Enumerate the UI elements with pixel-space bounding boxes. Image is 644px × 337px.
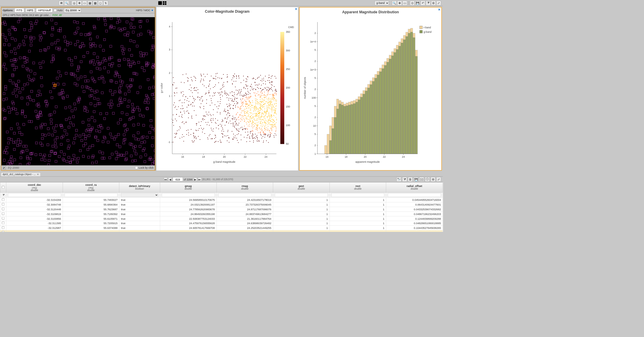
table-row[interactable]: -32.315426955.7483027true24.569585510170… [0, 198, 442, 202]
auto-checkbox-label[interactable]: Auto [54, 9, 63, 12]
table-row[interactable]: -32.296433555.7591955true24.466166163652… [0, 230, 442, 232]
hips-moc-dropdown[interactable]: HiPS / MOC▼ [136, 9, 154, 12]
col-header-rmag[interactable]: rmagdouble [217, 182, 273, 192]
sky-view[interactable] [1, 17, 155, 165]
move-icon[interactable]: ✥ [77, 1, 82, 6]
expand-image-icon[interactable]: ⬈ [3, 166, 6, 170]
row-checkbox[interactable] [2, 231, 4, 232]
page-prev-icon[interactable]: ◀ [168, 178, 172, 181]
chart2-body[interactable]: 16182022241251025100251e+3251e+42apparen… [302, 16, 439, 168]
close-chart1-icon[interactable]: ✕ [295, 7, 297, 11]
svg-rect-1107 [239, 89, 240, 90]
cell: 0.02755296141308632 [386, 230, 443, 232]
hips-button[interactable]: HiPS [25, 8, 35, 12]
lock-by-click-label[interactable]: Lock by click [135, 166, 153, 169]
table-row[interactable]: -32.312044855.7623687true24.778562620983… [0, 207, 442, 211]
filter-gmag[interactable] [162, 193, 215, 197]
table-row[interactable]: -32.310981955.7189392true24.884932603551… [0, 211, 442, 216]
row-checkbox[interactable] [2, 208, 4, 210]
tools-icon[interactable]: 🛠 [59, 1, 64, 6]
select-rect-icon[interactable]: ▭ [82, 1, 87, 6]
chart1-body[interactable]: 1618202224-11234g-band magnitudeg-r colo… [158, 15, 296, 169]
table-filter-icon[interactable]: ⧩ [402, 177, 407, 182]
col-header-coord_dec[interactable]: coord_dec(deg)double [6, 182, 63, 192]
row-checkbox[interactable] [2, 217, 4, 219]
col-header-gmag[interactable]: gmagdouble [160, 182, 217, 192]
svg-rect-1234 [198, 97, 198, 97]
svg-rect-650 [270, 132, 270, 133]
page-last-icon[interactable]: ⏭ [198, 178, 201, 181]
svg-rect-366 [233, 134, 234, 134]
select-all-checkbox[interactable] [2, 186, 4, 188]
row-checkbox[interactable] [2, 203, 4, 206]
binoculars-icon[interactable]: 🔭 [396, 177, 401, 182]
filter-icon[interactable]: ⧩ [0, 192, 6, 197]
svg-rect-809 [264, 94, 264, 95]
page-input[interactable] [173, 177, 183, 181]
svg-rect-1255 [274, 137, 274, 137]
table-row[interactable]: -32.31298755.6374088true24.9057814176697… [0, 225, 442, 230]
lock-checkbox[interactable] [135, 167, 138, 169]
magnify-off-icon[interactable]: 🔍 [64, 1, 69, 6]
page-next-icon[interactable]: ▶ [193, 178, 197, 181]
table-settings-icon[interactable]: ⚙ [431, 177, 436, 182]
filter-detect_isPrimary[interactable] [121, 193, 158, 197]
row-checkbox[interactable] [2, 198, 4, 201]
svg-rect-237 [246, 118, 246, 118]
svg-rect-235 [190, 85, 191, 85]
svg-rect-913 [256, 108, 257, 108]
target-icon[interactable]: ◎ [72, 1, 77, 6]
table-row[interactable]: -32.310085655.6105871true22.508387753124… [0, 216, 442, 221]
filter-rext[interactable] [331, 193, 384, 197]
svg-rect-772 [217, 73, 218, 74]
svg-rect-60 [186, 134, 187, 135]
col-header-coord_ra[interactable]: coord_ra(deg)double [63, 182, 120, 192]
pan-icon[interactable]: ↯ [103, 1, 108, 6]
filter-coord_dec[interactable] [8, 193, 61, 197]
row-checkbox[interactable] [2, 222, 4, 224]
svg-rect-995 [238, 103, 238, 103]
svg-rect-892 [265, 81, 266, 82]
center-icon[interactable]: ◻ [98, 1, 103, 6]
svg-rect-1104 [234, 94, 235, 95]
col-header-rext[interactable]: rextdouble [330, 182, 386, 192]
col-header-detect_isPrimary[interactable]: detect_isPrimaryboolean [119, 182, 160, 192]
svg-rect-1252 [260, 112, 260, 113]
save-table-icon[interactable]: 💾 [413, 177, 419, 182]
single-layout-icon[interactable] [158, 1, 162, 5]
col-header-radial_offset[interactable]: radial_offsetdouble [386, 182, 443, 192]
svg-rect-862 [268, 93, 268, 93]
grid-overlay-icon[interactable]: ▩ [93, 1, 98, 6]
columns-icon[interactable]: ▯▯ [419, 177, 424, 182]
svg-rect-614 [249, 100, 250, 101]
table-row[interactable]: -32.31139555.7205915true24.4759761565556… [0, 221, 442, 226]
grid-layout-icon[interactable] [163, 1, 166, 5]
coord-sys-select[interactable]: Eq J2000 [64, 8, 81, 12]
page-first-icon[interactable]: ⏮ [164, 178, 167, 181]
filter-gext[interactable] [275, 193, 328, 197]
fits-button[interactable]: FITS [15, 8, 24, 12]
table-scroll[interactable]: coord_dec(deg)doublecoord_ra(deg)doubled… [0, 182, 443, 232]
svg-rect-83 [234, 99, 235, 99]
info-icon[interactable]: ⓘ [425, 177, 430, 182]
svg-rect-964 [211, 139, 211, 139]
hips-aitoff-button[interactable]: HiPS/Aitoff [36, 8, 53, 12]
svg-rect-975 [251, 105, 252, 105]
table-tab[interactable]: dp02_dc2_catalogs.Object - ... ✕ [1, 172, 41, 176]
svg-text:1: 1 [169, 95, 170, 97]
close-tab-icon[interactable]: ✕ [37, 173, 39, 176]
row-checkbox[interactable] [2, 226, 4, 229]
table-expand-icon[interactable]: ⤢ [436, 177, 441, 182]
layers-icon[interactable]: ▦ [87, 1, 92, 6]
auto-checkbox[interactable] [54, 9, 56, 12]
table-row[interactable]: -32.308474855.6890364true24.032139200811… [0, 202, 442, 207]
close-chart2-icon[interactable]: ✕ [438, 8, 440, 11]
text-view-icon[interactable]: 🗎 [408, 177, 413, 182]
row-checkbox[interactable] [2, 212, 4, 215]
filter-radial_offset[interactable] [388, 193, 441, 197]
col-header-gext[interactable]: gextdouble [273, 182, 330, 192]
filter-rmag[interactable] [218, 193, 271, 197]
filter-coord_ra[interactable] [64, 193, 117, 197]
svg-rect-560 [179, 138, 180, 139]
svg-rect-484 [206, 100, 207, 100]
